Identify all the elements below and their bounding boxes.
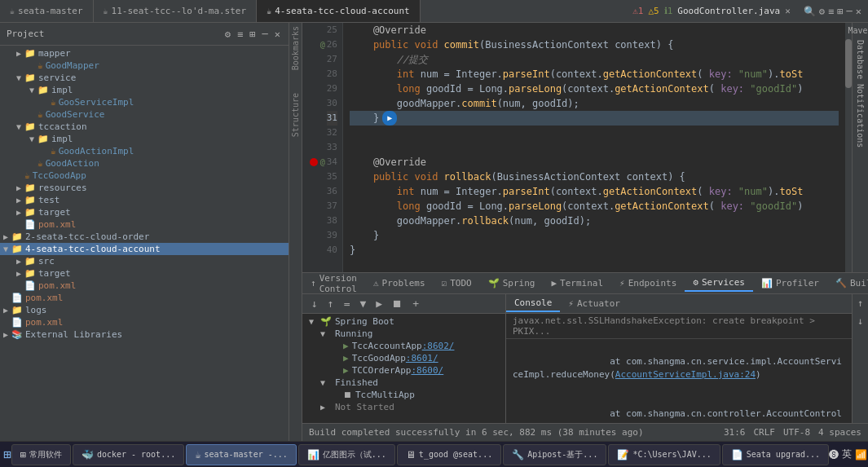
tree-item-pom1[interactable]: 📄 pom.xml [0, 218, 289, 231]
tab-spring[interactable]: 🌱 Spring [480, 275, 544, 291]
editor-filename[interactable]: GoodController.java [677, 6, 780, 16]
tree-item-test[interactable]: ▶ 📁 test [0, 194, 289, 206]
tab-11-seat[interactable]: ☕ 11-seat-tcc--lo'd-ma.ster [94, 0, 258, 22]
status-crlf[interactable]: CRLF [753, 427, 775, 438]
taskbar-app-apipost[interactable]: 🔧 Apipost-基于... [503, 444, 606, 465]
tab-endpoints[interactable]: ⚡ Endpoints [611, 275, 685, 291]
tree-item-tcc-impl[interactable]: ▼ 📁 impl [0, 133, 289, 145]
svc-finished[interactable]: ▼ Finished [302, 377, 505, 389]
tree-item-goodmapper[interactable]: ☕ GoodMapper [0, 59, 289, 72]
tree-item-goodservice[interactable]: ☕ GoodService [0, 108, 289, 121]
taskbar: ⊞ ⊞ 常用软件 🐳 docker - root... ☕ seata-mast… [0, 441, 868, 467]
gutter-30: 30 [327, 96, 337, 111]
svc-btn-filter[interactable]: ▼ [357, 297, 368, 311]
svc-btn-add[interactable]: + [410, 297, 421, 311]
tree-item-service[interactable]: ▼ 📁 service [0, 72, 289, 84]
svc-btn-up[interactable]: ↑ [325, 297, 337, 311]
tree-item-tccaction[interactable]: ▼ 📁 tccaction [0, 121, 289, 133]
tab-seata-master[interactable]: ☕ seata-master [0, 0, 94, 22]
close-icon[interactable]: ✕ [856, 6, 861, 17]
tree-item-tccgoodapp[interactable]: ☕ TccGoodApp [0, 170, 289, 182]
minimize-icon[interactable]: ─ [847, 6, 853, 17]
folder-ext-libs-icon: 📚 [11, 329, 23, 340]
taskbar-app-seata[interactable]: ☕ seata-master -... [186, 444, 297, 465]
tree-item-target2[interactable]: ▶ 📁 target [0, 267, 289, 280]
link-tccorderapp[interactable]: :8600/ [411, 365, 443, 376]
svc-notstarted[interactable]: ▶ Not Started [302, 401, 505, 413]
taskbar-app-docker[interactable]: 🐳 docker - root... [73, 444, 184, 465]
svc-btn-stop[interactable]: ⏹ [390, 297, 405, 311]
taskbar-app-changyong[interactable]: ⊞ 常用软件 [11, 444, 71, 465]
editor-tab-warnings: △5 [648, 6, 659, 16]
svc-btn-down[interactable]: ↓ [309, 297, 320, 311]
editor-scrollbar-thumb[interactable] [845, 39, 852, 88]
tab-build[interactable]: 🔨 Build [827, 275, 868, 291]
tab-4-seata[interactable]: ☕ 4-seata-tcc-cloud-account [257, 0, 421, 22]
tab-todo[interactable]: ☑ TODO [434, 275, 480, 291]
taskbar-app-yitu[interactable]: 📊 亿图图示（试... [298, 444, 395, 465]
folder-mapper-icon: 📁 [24, 48, 36, 59]
code-editor: 25 @ 26 27 28 29 30 31 [302, 23, 868, 272]
status-encoding[interactable]: UTF-8 [783, 427, 810, 438]
tab-version-control[interactable]: ↑ Version Control [302, 271, 365, 297]
tree-item-gooserviceimpl[interactable]: ☕ GooServiceImpl [0, 96, 289, 108]
sidebar-icon-eq[interactable]: ≡ [236, 27, 245, 42]
svc-running[interactable]: ▼ Running [302, 328, 505, 340]
structure-icon[interactable]: Structure [291, 90, 300, 140]
console-scroll-down[interactable]: ↓ [857, 315, 863, 327]
sidebar-icon-cog[interactable]: ⚙ [223, 27, 232, 42]
notifications-icon[interactable]: Notifications [856, 84, 865, 148]
console-scroll-up[interactable]: ↑ [857, 297, 863, 309]
taskbar-app-java[interactable]: 📝 *C:\Users\JAV... [608, 444, 720, 465]
taskbar-app-tgood[interactable]: 🖥 t_good @seat... [397, 444, 501, 465]
tab-services[interactable]: ⚙ Services [685, 275, 753, 292]
tree-item-service-impl[interactable]: ▼ 📁 impl [0, 84, 289, 96]
editor-scrollbar[interactable] [845, 23, 852, 272]
svc-tccorderapp[interactable]: ▶ TCCOrderApp :8600/ [302, 364, 505, 377]
search-icon[interactable]: 🔍 [804, 6, 816, 17]
arrow-mapper: ▶ [13, 49, 24, 58]
start-button[interactable]: ⊞ [3, 443, 11, 466]
tree-item-pom2[interactable]: 📄 pom.xml [0, 280, 289, 292]
status-spaces[interactable]: 4 spaces [818, 427, 861, 438]
sidebar-icon-collapse[interactable]: ─ [261, 27, 270, 42]
tree-item-goodaction[interactable]: ☕ GoodAction [0, 157, 289, 170]
settings-icon[interactable]: ≡ [828, 6, 834, 17]
tree-item-mapper[interactable]: ▶ 📁 mapper [0, 47, 289, 59]
tree-item-cloud-account[interactable]: ▼ 📁 4-seata-tcc-cloud-account [0, 243, 289, 255]
maximize-icon[interactable]: ⊞ [837, 6, 843, 17]
sidebar-icon-expand[interactable]: ⊞ [248, 27, 257, 42]
svc-spring-boot[interactable]: ▼ 🌱 Spring Boot [302, 315, 505, 328]
console-tab-actuator[interactable]: ⚡ Actuator [560, 296, 628, 311]
svc-btn-run[interactable]: ▶ [373, 297, 385, 311]
svc-tccgoodapp[interactable]: ▶ TccGoodApp :8601/ [302, 352, 505, 364]
taskbar-app-seata-upg[interactable]: 📄 Seata upgrad... [722, 444, 829, 465]
svc-tccaccountapp[interactable]: ▶ TccAccountApp :8602/ [302, 340, 505, 352]
svc-tccmultiapp[interactable]: ⏹ TccMultiApp [302, 389, 505, 401]
link-tccgoodapp[interactable]: :8601/ [406, 353, 438, 363]
tab-terminal[interactable]: ▶ Terminal [543, 275, 611, 291]
bookmarks-icon[interactable]: Bookmarks [291, 23, 300, 73]
tab-profiler[interactable]: 📊 Profiler [753, 275, 827, 291]
console-tab-console[interactable]: Console [506, 295, 560, 312]
tree-item-logs[interactable]: ▶ 📁 logs [0, 304, 289, 316]
link-accountservice[interactable]: AccountServiceImpl.java:24 [615, 369, 756, 380]
tree-item-src[interactable]: ▶ 📁 src [0, 255, 289, 267]
gear-icon[interactable]: ⚙ [819, 6, 825, 17]
tree-item-target[interactable]: ▶ 📁 target [0, 206, 289, 218]
tree-item-cloud-order[interactable]: ▶ 📁 2-seata-tcc-cloud-order [0, 231, 289, 243]
tab-problems[interactable]: ⚠ Problems [365, 275, 434, 291]
tree-item-pom3[interactable]: 📄 pom.xml [0, 292, 289, 304]
link-tccaccountapp[interactable]: :8602/ [422, 341, 455, 351]
tree-item-goodactionimpl[interactable]: ☕ GoodActionImpl [0, 145, 289, 157]
svc-btn-eq[interactable]: = [341, 297, 353, 311]
sidebar-icon-pin[interactable]: ✕ [273, 27, 282, 42]
database-icon[interactable]: Database [856, 40, 865, 79]
tree-item-resources[interactable]: ▶ 📁 resources [0, 182, 289, 194]
maven-icon[interactable]: Maven [848, 26, 868, 35]
tree-item-pom4[interactable]: 📄 pom.xml [0, 316, 289, 328]
label-notstarted: Not Started [335, 402, 394, 412]
tree-item-ext-libs[interactable]: ▶ 📚 External Libraries [0, 328, 289, 341]
editor-code-content[interactable]: @Override public void commit(BusinessAct… [343, 23, 845, 272]
editor-tab-info: ℹ1 [664, 6, 673, 16]
